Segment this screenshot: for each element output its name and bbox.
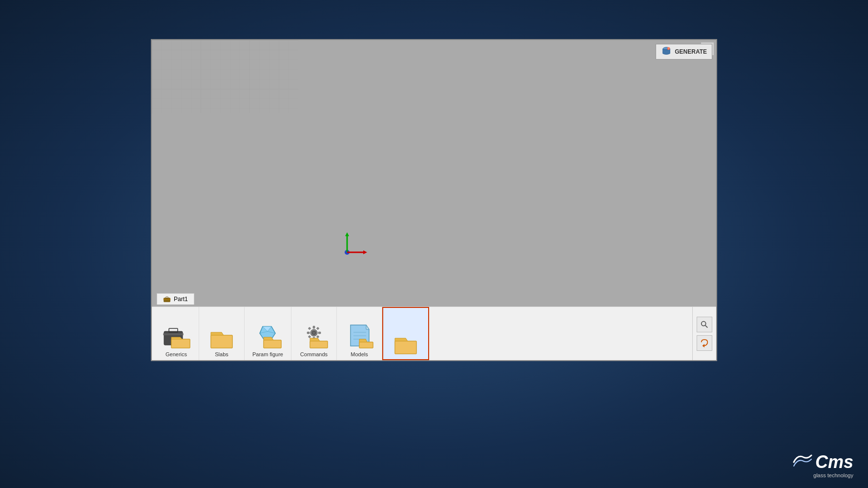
models-label: Models [351, 351, 368, 357]
generics-label: Generics [165, 351, 187, 357]
viewport[interactable]: GENERATE [152, 40, 716, 306]
toolbar-item-commands[interactable]: Commands [291, 307, 337, 360]
svg-rect-17 [163, 299, 171, 300]
svg-rect-46 [359, 342, 373, 348]
svg-marker-42 [366, 325, 369, 329]
toolbar-item-generics[interactable]: Generics [154, 307, 199, 360]
cms-logo-tagline: glass technology [793, 472, 853, 478]
toolbar-item-models[interactable]: Models [337, 307, 382, 360]
generate-icon [661, 46, 672, 57]
toolbar-item-active[interactable] [382, 307, 429, 360]
svg-point-48 [702, 321, 706, 325]
svg-point-31 [312, 331, 316, 335]
undo-icon [700, 339, 709, 347]
svg-rect-39 [316, 335, 319, 338]
svg-rect-34 [307, 332, 310, 334]
svg-rect-29 [264, 340, 281, 348]
svg-marker-8 [345, 232, 349, 236]
svg-rect-40 [310, 341, 328, 348]
right-tools [692, 307, 716, 360]
grid-canvas [152, 40, 298, 113]
cms-logo: Cms glass technology [793, 452, 853, 478]
cms-brand-icon [793, 453, 812, 471]
cms-logo-text: Cms [815, 452, 853, 472]
svg-line-49 [705, 325, 708, 327]
active-item-icon [391, 328, 420, 355]
toolbar-item-slabs[interactable]: Slabs [199, 307, 245, 360]
param-figure-label: Param figure [252, 351, 283, 357]
generate-button[interactable]: GENERATE [656, 44, 712, 60]
svg-rect-2 [152, 40, 298, 113]
svg-rect-32 [313, 326, 315, 328]
svg-rect-22 [211, 335, 232, 348]
slabs-icon [207, 323, 236, 349]
generate-label: GENERATE [675, 48, 707, 55]
svg-rect-47 [395, 341, 416, 354]
param-figure-icon [253, 323, 282, 349]
part-tab-icon [163, 296, 171, 303]
models-icon [345, 323, 374, 349]
svg-point-5 [668, 48, 669, 49]
svg-rect-35 [318, 332, 321, 334]
axis-svg [335, 230, 374, 269]
part-tab-label: Part1 [174, 296, 188, 303]
search-button[interactable] [697, 317, 712, 332]
app-window: GENERATE [151, 39, 717, 361]
part-tab[interactable]: Part1 [157, 293, 194, 305]
toolbar-item-param-figure[interactable]: Param figure [245, 307, 291, 360]
undo-button[interactable] [697, 335, 712, 351]
svg-rect-21 [171, 339, 190, 348]
svg-rect-36 [308, 327, 311, 330]
search-icon [700, 320, 709, 329]
axis-widget [335, 230, 374, 269]
svg-rect-38 [308, 335, 311, 338]
commands-icon [299, 323, 329, 349]
commands-label: Commands [300, 351, 328, 357]
toolbar-items: Generics Slabs [152, 307, 692, 360]
slabs-label: Slabs [215, 351, 228, 357]
svg-marker-10 [363, 250, 367, 254]
generics-icon [162, 323, 191, 349]
svg-rect-20 [163, 333, 184, 335]
svg-rect-37 [316, 327, 319, 330]
bottom-bar: Part1 Generics [152, 306, 716, 360]
